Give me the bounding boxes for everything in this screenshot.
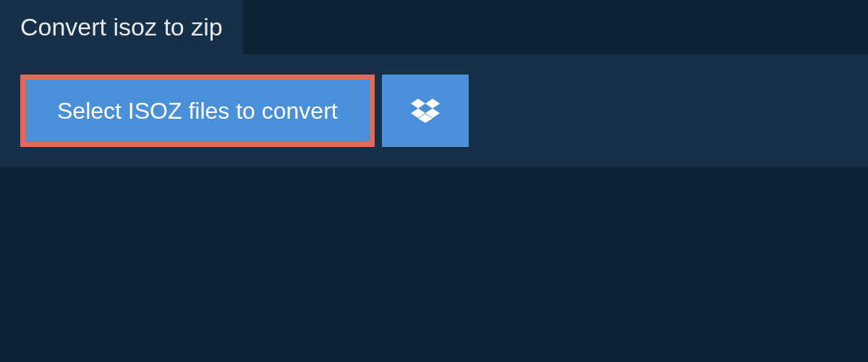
tab-bar: Convert isoz to zip (0, 0, 243, 54)
select-button-highlight: Select ISOZ files to convert (20, 75, 375, 147)
button-row: Select ISOZ files to convert (20, 75, 848, 147)
select-files-label: Select ISOZ files to convert (57, 98, 338, 124)
tab-convert[interactable]: Convert isoz to zip (0, 0, 243, 54)
dropbox-icon (411, 96, 440, 125)
converter-panel: Select ISOZ files to convert (0, 54, 868, 167)
dropbox-button[interactable] (382, 75, 469, 147)
select-files-button[interactable]: Select ISOZ files to convert (25, 80, 370, 142)
tab-label: Convert isoz to zip (20, 13, 223, 41)
